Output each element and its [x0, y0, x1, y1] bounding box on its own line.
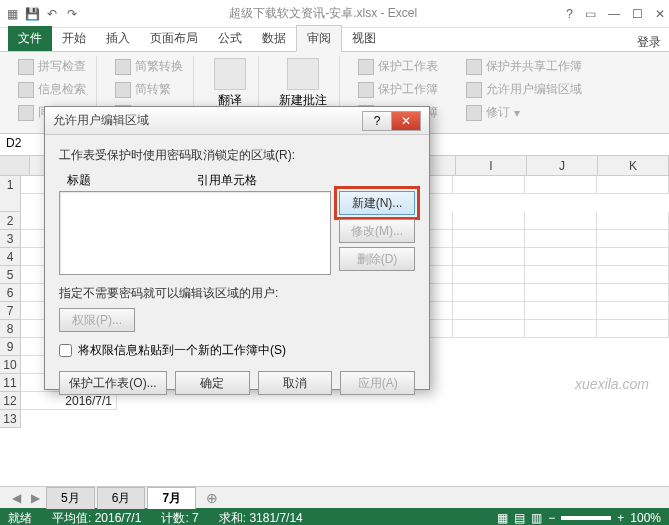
undo-icon[interactable]: ↶: [44, 6, 60, 22]
protectbook-icon: [358, 82, 374, 98]
ribbon-allowedit[interactable]: 允许用户编辑区域: [462, 79, 586, 100]
tab-file[interactable]: 文件: [8, 26, 52, 51]
col-header[interactable]: K: [598, 156, 669, 175]
row-header[interactable]: 13: [0, 410, 21, 428]
paste-perms-checkbox[interactable]: 将权限信息粘贴到一个新的工作簿中(S): [59, 342, 415, 359]
permissions-button: 权限(P)...: [59, 308, 135, 332]
paste-perms-input[interactable]: [59, 344, 72, 357]
allowedit-icon: [466, 82, 482, 98]
comment-icon: [287, 58, 319, 90]
ribbon-newcomment[interactable]: 新建批注: [273, 56, 333, 111]
save-icon[interactable]: 💾: [24, 6, 40, 22]
sheet-tab-active[interactable]: 7月: [147, 487, 196, 509]
sheet-tabs: ◀ ▶ 5月 6月 7月 ⊕: [0, 486, 669, 508]
protect-icon: [358, 59, 374, 75]
track-icon: [466, 105, 482, 121]
tab-data[interactable]: 数据: [252, 26, 296, 51]
view-break-icon[interactable]: ▥: [531, 511, 542, 525]
spell-icon: [18, 59, 34, 75]
ribbon-simp2[interactable]: 简转繁: [111, 79, 187, 100]
ribbon-protect-sheet[interactable]: 保护工作表: [354, 56, 442, 77]
zoom-in-icon[interactable]: +: [617, 511, 624, 525]
dialog-close-icon[interactable]: ✕: [391, 111, 421, 131]
cancel-button[interactable]: 取消: [258, 371, 333, 395]
apply-button: 应用(A): [340, 371, 415, 395]
tab-home[interactable]: 开始: [52, 26, 96, 51]
ribbon-tabs: 文件 开始 插入 页面布局 公式 数据 审阅 视图 登录: [0, 28, 669, 52]
row-headers: 1 2 3 4 5 6 7 8 9 10 11 12 13: [0, 176, 21, 428]
allow-edit-ranges-dialog: 允许用户编辑区域 ? ✕ 工作表受保护时使用密码取消锁定的区域(R): 标题 引…: [44, 106, 430, 390]
row-header[interactable]: 1: [0, 176, 21, 212]
protect-sheet-button[interactable]: 保护工作表(O)...: [59, 371, 167, 395]
title-bar: ▦ 💾 ↶ ↷ 超级下载软文资讯-安卓.xlsx - Excel ? ▭ — ☐…: [0, 0, 669, 28]
help-icon[interactable]: ?: [566, 7, 573, 21]
row-header[interactable]: 8: [0, 320, 21, 338]
ranges-listbox[interactable]: [59, 191, 331, 275]
close-icon[interactable]: ✕: [655, 7, 665, 21]
status-count: 计数: 7: [161, 510, 198, 526]
translate-icon: [214, 58, 246, 90]
edit-button: 修改(M)...: [339, 219, 415, 243]
ribbon-simp[interactable]: 简繁转换: [111, 56, 187, 77]
login-link[interactable]: 登录: [637, 34, 661, 51]
status-avg: 平均值: 2016/7/1: [52, 510, 141, 526]
tab-layout[interactable]: 页面布局: [140, 26, 208, 51]
tab-insert[interactable]: 插入: [96, 26, 140, 51]
list-col-ref: 引用单元格: [197, 172, 257, 189]
tab-view[interactable]: 视图: [342, 26, 386, 51]
ribbon-shareprotect[interactable]: 保护并共享工作簿: [462, 56, 586, 77]
status-sum: 求和: 3181/7/14: [219, 510, 303, 526]
delete-button: 删除(D): [339, 247, 415, 271]
info-icon: [18, 82, 34, 98]
ribbon-info[interactable]: 信息检索: [14, 79, 90, 100]
name-box[interactable]: D2: [0, 134, 48, 155]
row-header[interactable]: 5: [0, 266, 21, 284]
ok-button[interactable]: 确定: [175, 371, 250, 395]
row-header[interactable]: 4: [0, 248, 21, 266]
maximize-icon[interactable]: ☐: [632, 7, 643, 21]
ribbon-options-icon[interactable]: ▭: [585, 7, 596, 21]
sheet-nav-next[interactable]: ▶: [27, 491, 44, 505]
tab-formula[interactable]: 公式: [208, 26, 252, 51]
status-bar: 就绪 平均值: 2016/7/1 计数: 7 求和: 3181/7/14 ▦ ▤…: [0, 508, 669, 525]
sheet-nav-prev[interactable]: ◀: [8, 491, 25, 505]
excel-icon: ▦: [4, 6, 20, 22]
tab-review[interactable]: 审阅: [296, 25, 342, 52]
new-button[interactable]: 新建(N)...: [339, 191, 415, 215]
dialog-label-users: 指定不需要密码就可以编辑该区域的用户:: [59, 285, 415, 302]
redo-icon[interactable]: ↷: [64, 6, 80, 22]
ribbon-protect-book[interactable]: 保护工作簿: [354, 79, 442, 100]
row-header[interactable]: 9: [0, 338, 21, 356]
view-normal-icon[interactable]: ▦: [497, 511, 508, 525]
select-all-corner[interactable]: [0, 156, 30, 175]
sheet-tab[interactable]: 5月: [46, 487, 95, 509]
ribbon-spell[interactable]: 拼写检查: [14, 56, 90, 77]
simp-icon: [115, 59, 131, 75]
status-ready: 就绪: [8, 510, 32, 526]
zoom-slider[interactable]: [561, 516, 611, 520]
row-header[interactable]: 11: [0, 374, 21, 392]
col-header[interactable]: J: [527, 156, 598, 175]
window-title: 超级下载软文资讯-安卓.xlsx - Excel: [80, 5, 566, 22]
dialog-title: 允许用户编辑区域: [53, 112, 363, 129]
minimize-icon[interactable]: —: [608, 7, 620, 21]
list-col-title: 标题: [67, 172, 197, 189]
row-header[interactable]: 7: [0, 302, 21, 320]
row-header[interactable]: 2: [0, 212, 21, 230]
row-header[interactable]: 6: [0, 284, 21, 302]
sheet-tab[interactable]: 6月: [97, 487, 146, 509]
view-layout-icon[interactable]: ▤: [514, 511, 525, 525]
col-header[interactable]: I: [456, 156, 527, 175]
shareprotect-icon: [466, 59, 482, 75]
row-header[interactable]: 3: [0, 230, 21, 248]
dialog-help-icon[interactable]: ?: [362, 111, 392, 131]
row-header[interactable]: 12: [0, 392, 21, 410]
ribbon-translate[interactable]: 翻译: [208, 56, 252, 111]
dialog-label-ranges: 工作表受保护时使用密码取消锁定的区域(R):: [59, 147, 415, 164]
add-sheet-icon[interactable]: ⊕: [198, 490, 226, 506]
ribbon-track[interactable]: 修订 ▾: [462, 102, 586, 123]
simp2-icon: [115, 82, 131, 98]
row-header[interactable]: 10: [0, 356, 21, 374]
zoom-out-icon[interactable]: −: [548, 511, 555, 525]
zoom-level[interactable]: 100%: [630, 511, 661, 525]
